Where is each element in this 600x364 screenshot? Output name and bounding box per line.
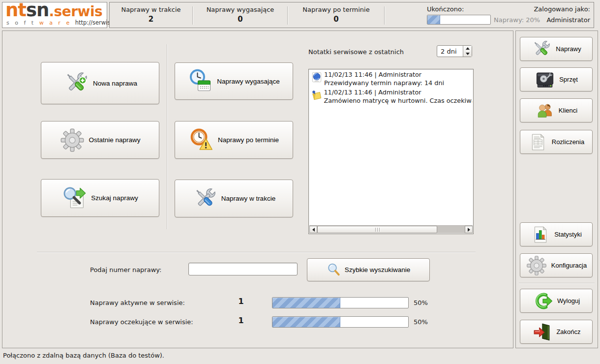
sidebar-item-label: Klienci — [559, 107, 577, 114]
active-repairs-count: 1 — [234, 297, 248, 306]
sidebar-item-zakoncz[interactable]: Zakończ — [520, 320, 593, 344]
scroll-left-button[interactable] — [309, 226, 317, 233]
main-panel: Nowa naprawa Ostatnie naprawy Szukaj nap… — [2, 30, 513, 348]
note-text: 11/02/13 11:46 | Administrator Zamówieno… — [324, 89, 472, 105]
sidebar-item-sprzet[interactable]: Sprzęt — [520, 67, 593, 91]
chevron-down-icon — [466, 53, 470, 55]
sidebar-item-label: Sprzęt — [559, 76, 578, 83]
naprawy-w-trakcie-button[interactable]: Naprawy w trakcie — [175, 180, 293, 217]
users-icon — [535, 101, 555, 121]
exit-icon — [532, 322, 552, 342]
column-separator — [167, 44, 168, 229]
stat-naprawy-po-terminie: Naprawy po terminie 0 — [288, 2, 384, 28]
progress-fill — [272, 298, 340, 308]
horizontal-scrollbar[interactable] — [309, 225, 473, 233]
list-item[interactable]: 11/02/13 11:46 | Administrator Przewidyw… — [309, 69, 473, 87]
waiting-repairs-percent: 50% — [414, 318, 428, 326]
sidebar-item-label: Statystyki — [554, 231, 582, 238]
note-body: Zamówieno matrycę w hurtowni. Czas oczek… — [324, 97, 472, 105]
sidebar-item-label: Konfiguracja — [551, 262, 587, 269]
completed-progress-bar — [427, 15, 491, 25]
stat-value: 0 — [288, 15, 384, 24]
scrollbar-thumb[interactable] — [317, 226, 437, 233]
waiting-repairs-count: 1 — [234, 316, 248, 325]
logged-in-label: Zalogowano jako: — [534, 5, 590, 13]
stat-separator — [384, 6, 385, 25]
sidebar: Naprawy Sprzęt Klienci Rozliczenia Staty… — [515, 30, 598, 348]
logged-in-user: Administrator — [546, 16, 590, 24]
active-repairs-progress-bar — [272, 297, 409, 308]
clock-calendar-icon — [188, 68, 213, 94]
sidebar-item-label: Rozliczenia — [552, 138, 584, 146]
button-label: Naprawy wygasające — [217, 78, 280, 85]
sidebar-item-naprawy[interactable]: Naprawy — [520, 37, 593, 61]
stat-label: Naprawy po terminie — [288, 6, 384, 13]
stat-naprawy-wygasajace: Naprawy wygasające 0 — [193, 2, 287, 28]
spinner-up-button[interactable] — [463, 46, 472, 51]
button-label: Szukaj naprawy — [91, 194, 138, 202]
completed-caption: Naprawy: 20% — [494, 16, 540, 24]
spinner-value: 2 dni — [437, 48, 463, 55]
sidebar-item-statystyki[interactable]: Statystyki — [520, 222, 593, 246]
szukaj-naprawy-button[interactable]: Szukaj naprawy — [41, 179, 159, 217]
naprawy-wygasajace-button[interactable]: Naprawy wygasające — [175, 62, 293, 100]
sidebar-item-konfiguracja[interactable]: Konfiguracja — [520, 253, 593, 277]
sidebar-item-rozliczenia[interactable]: Rozliczenia — [520, 130, 593, 154]
logo-wordmark: ntsn.serwis — [5, 0, 102, 21]
grip-line — [375, 228, 376, 232]
notes-label: Notatki serwisowe z ostatnich — [308, 48, 404, 56]
scroll-right-button[interactable] — [465, 226, 473, 233]
gear-icon — [526, 255, 547, 276]
globe-icon — [311, 71, 324, 87]
spinner-buttons — [463, 46, 472, 57]
notes-list[interactable]: 11/02/13 11:46 | Administrator Przewidyw… — [308, 69, 474, 234]
grip-line — [379, 228, 380, 232]
naprawy-po-terminie-button[interactable]: Naprawy po terminie — [175, 121, 293, 159]
arrow-right-icon — [468, 228, 470, 232]
active-repairs-percent: 50% — [414, 299, 428, 306]
search-document-icon — [62, 185, 88, 211]
stat-naprawy-w-trakcie: Naprawy w trakcie 2 — [110, 2, 192, 28]
quick-search-button[interactable]: Szybkie wyszukiwanie — [307, 258, 430, 281]
spinner-down-button[interactable] — [463, 51, 472, 57]
button-label: Nowa naprawa — [93, 80, 137, 87]
sidebar-item-label: Naprawy — [556, 45, 581, 53]
chevron-up-icon — [466, 47, 470, 50]
sidebar-item-wyloguj[interactable]: Wyloguj — [520, 289, 593, 313]
section-separator — [37, 252, 476, 253]
sidebar-separator — [519, 283, 595, 284]
waiting-repairs-label: Naprawy oczekujące w serwisie: — [90, 318, 193, 326]
status-bar-text: Połączono z zdalną bazą danych (Baza do … — [3, 352, 164, 359]
note-icon — [311, 89, 324, 105]
note-header: 11/02/13 11:46 | Administrator — [324, 71, 444, 79]
arrow-left-icon — [312, 228, 315, 232]
ostatnie-naprawy-button[interactable]: Ostatnie naprawy — [41, 121, 159, 159]
app-window: { "header": { "logo": { "part1": "nt", "… — [0, 0, 600, 364]
list-item[interactable]: 11/02/13 11:46 | Administrator Zamówieno… — [309, 87, 473, 105]
button-label: Naprawy w trakcie — [221, 195, 275, 202]
tools-icon — [531, 39, 552, 60]
search-label: Podaj numer naprawy: — [90, 266, 161, 273]
stat-value: 0 — [193, 15, 287, 24]
button-label: Szybkie wyszukiwanie — [345, 266, 411, 273]
search-input[interactable] — [188, 263, 298, 275]
sidebar-item-label: Zakończ — [556, 328, 580, 335]
sidebar-item-klienci[interactable]: Klienci — [520, 98, 593, 122]
completed-progress-fill — [427, 15, 440, 24]
sidebar-item-label: Wyloguj — [557, 297, 580, 304]
invoice-icon — [528, 132, 548, 152]
clock-warning-icon — [189, 127, 214, 153]
tools-plus-icon — [63, 70, 90, 96]
notes-days-spinner[interactable]: 2 dni — [437, 45, 472, 57]
grip-line — [377, 228, 378, 232]
nowa-naprawa-button[interactable]: Nowa naprawa — [41, 62, 159, 104]
bar-chart-icon — [531, 225, 550, 244]
note-header: 11/02/13 11:46 | Administrator — [324, 89, 472, 97]
active-repairs-label: Naprawy aktywne w serwisie: — [90, 299, 185, 306]
waiting-repairs-progress-bar — [272, 316, 409, 328]
scrollbar-track[interactable] — [437, 226, 465, 233]
note-text: 11/02/13 11:46 | Administrator Przewidyw… — [324, 71, 444, 87]
note-body: Przewidywany termin naprawy: 14 dni — [324, 79, 444, 88]
stat-label: Naprawy w trakcie — [110, 6, 192, 13]
gear-icon — [60, 127, 85, 153]
